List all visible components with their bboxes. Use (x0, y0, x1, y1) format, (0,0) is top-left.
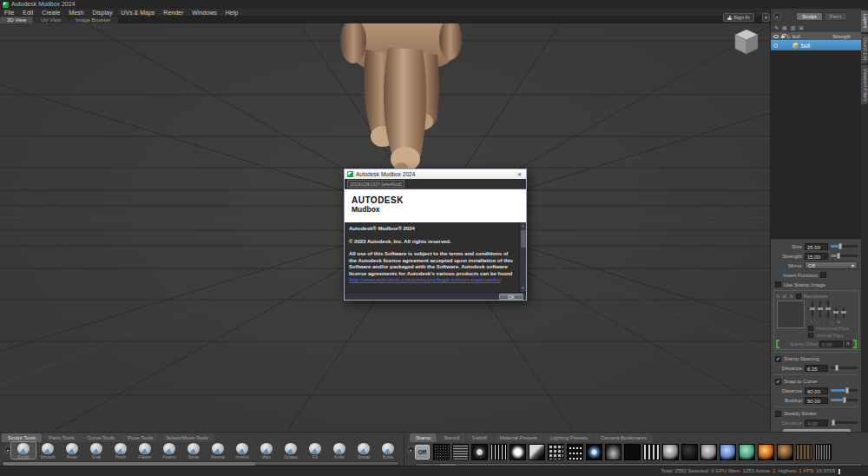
sculpt-tool[interactable]: Fill (303, 442, 327, 459)
panel-side-tab[interactable]: Object List (861, 34, 868, 63)
sculpt-tool[interactable]: Knife (327, 442, 352, 459)
randomize-checkbox[interactable] (796, 294, 801, 299)
sculpt-tool[interactable]: Bulge (376, 442, 400, 459)
steady-distance-input[interactable]: 4,00 (805, 420, 828, 426)
sculpt-tool[interactable]: Pinch (108, 442, 133, 459)
size-slider[interactable] (831, 245, 858, 248)
lock-icon[interactable] (781, 36, 785, 38)
tool-tray-tab[interactable]: Curve Tools (82, 433, 122, 442)
stamp-sliders[interactable] (812, 301, 857, 318)
spacing-distance-input[interactable]: 6,25 (805, 365, 828, 372)
view-cube[interactable] (733, 29, 760, 56)
stamp-thumb[interactable] (758, 444, 774, 460)
close-icon[interactable]: ✕ (516, 170, 523, 179)
stamp-tray-tab[interactable]: Stamp (410, 433, 437, 442)
stamp-off-button[interactable]: Off (415, 445, 430, 459)
stamp-offset-spinner[interactable]: ⇅ (845, 340, 852, 347)
layer-mode-tab[interactable]: Paint (824, 12, 848, 21)
dots-icon[interactable]: ⋮ (822, 320, 826, 325)
invert-function-checkbox[interactable] (820, 272, 826, 278)
menu-item[interactable]: UVs & Maps (116, 9, 159, 17)
sculpt-tool[interactable]: Scrape (279, 442, 303, 459)
snap-to-curve-checkbox[interactable]: ✓ (775, 379, 781, 385)
delete-layer-icon[interactable]: ▥ (791, 23, 796, 32)
layer-row-selected[interactable]: bull (771, 40, 862, 50)
new-layer-icon[interactable]: ✎ (774, 23, 779, 32)
menu-item[interactable]: Windows (187, 9, 220, 17)
sculpt-tool[interactable]: Repeat (206, 442, 230, 459)
legal-notices-link[interactable]: http://www.autodesk.com/company/legal-no… (349, 277, 501, 282)
menu-item[interactable]: Mesh (64, 9, 88, 17)
size-input[interactable]: 25,00 (805, 243, 828, 250)
menu-item[interactable]: Help (221, 9, 242, 17)
stamp-thumb[interactable] (490, 444, 507, 460)
sculpt-tool[interactable]: Foamy (157, 442, 181, 459)
buildup-slider[interactable] (831, 399, 858, 401)
snap-distance-slider[interactable] (831, 389, 858, 392)
scroll-down-icon[interactable]: ▼ (520, 285, 526, 292)
stamp-tray-tab[interactable]: Material Presets (494, 433, 543, 442)
panel-collapse-button[interactable]: ▸ (773, 12, 781, 20)
dialog-scrollbar[interactable]: ▲ ▼ (519, 222, 526, 292)
stamp-thumb[interactable] (777, 444, 793, 460)
stamp-thumb[interactable] (586, 444, 602, 460)
stamp-thumb[interactable] (433, 444, 450, 460)
menu-item[interactable]: Create (37, 9, 64, 17)
stamp-thumb[interactable] (567, 444, 583, 460)
stamp-preview[interactable] (777, 301, 805, 328)
steady-stroke-checkbox[interactable] (775, 411, 781, 417)
sculpt-tool[interactable]: Smear (352, 442, 376, 459)
tool-tray-tab[interactable]: Select/Move Tools (160, 433, 214, 442)
stamp-thumb[interactable] (605, 444, 621, 460)
panel-side-tab[interactable]: Viewport Filters (861, 65, 868, 105)
sculpt-tool[interactable]: Grab (84, 442, 108, 459)
spacing-distance-slider[interactable] (831, 367, 858, 369)
minus-icon[interactable]: ‒ (816, 320, 819, 325)
sign-in-button[interactable]: Sign In (723, 13, 754, 22)
strength-input[interactable]: 15,00 (805, 253, 828, 260)
edit-icon[interactable]: ▢ (830, 320, 834, 325)
tool-tray-tab[interactable]: Sculpt Tools (2, 433, 42, 442)
view-tab[interactable]: Image Browser (69, 17, 117, 23)
stamp-thumb[interactable] (471, 444, 488, 460)
stamp-thumb[interactable] (681, 444, 698, 460)
buildup-input[interactable]: 50,00 (805, 397, 828, 404)
copy-icon[interactable]: ⧉ (838, 319, 841, 325)
stamp-thumb[interactable] (815, 444, 832, 460)
stamp-thumb[interactable] (510, 444, 526, 460)
stamp-tray-tab[interactable]: Stencil (437, 433, 465, 442)
horizontal-flips-checkbox[interactable] (808, 326, 813, 331)
sculpt-tool[interactable]: Wax (254, 442, 279, 459)
stamps-expand-button[interactable]: ▸ (407, 446, 415, 453)
flip-v-icon[interactable]: ⇅ (789, 294, 793, 299)
stamp-tray-tab[interactable]: Lighting Presets (544, 433, 594, 442)
stamp-thumb[interactable] (796, 444, 812, 460)
menu-item[interactable]: Render (159, 9, 187, 17)
menu-item[interactable]: Display (88, 9, 116, 17)
stamp-thumb[interactable] (739, 444, 755, 460)
stamp-thumb[interactable] (643, 444, 660, 460)
stamp-tray-tab[interactable]: Camera Bookmarks (595, 433, 653, 442)
stamp-thumb[interactable] (700, 444, 717, 460)
panel-side-tab[interactable]: Layers (861, 10, 868, 32)
ok-button[interactable]: OK (499, 294, 523, 300)
sculpt-tool[interactable]: Sculpt (11, 442, 36, 459)
stamp-thumb[interactable] (662, 444, 679, 460)
sculpt-tool[interactable]: Smooth (36, 442, 60, 459)
view-tab[interactable]: UV View (34, 17, 68, 23)
sculpt-tool[interactable]: Imprint (230, 442, 254, 459)
layer-mode-tab[interactable]: Sculpt (796, 12, 823, 21)
menu-item[interactable]: File (0, 9, 18, 17)
visibility-eye-icon[interactable] (773, 35, 779, 38)
rotate-icon[interactable]: ↻ (776, 294, 780, 299)
stamp-thumb[interactable] (624, 444, 641, 460)
stamp-thumb[interactable] (548, 444, 564, 460)
sculpt-tool[interactable]: Flatten (133, 442, 157, 459)
tool-tray-tab[interactable]: Paint Tools (43, 433, 80, 442)
folder-icon[interactable]: ▤ (782, 23, 787, 32)
scroll-up-icon[interactable]: ▲ (520, 222, 526, 229)
tool-tray-tab[interactable]: Pose Tools (122, 433, 159, 442)
stamp-offset-input[interactable]: 0,00 (819, 340, 843, 347)
layers-list-empty[interactable] (771, 50, 862, 239)
stamp-tray-tab[interactable]: Falloff (466, 433, 492, 442)
